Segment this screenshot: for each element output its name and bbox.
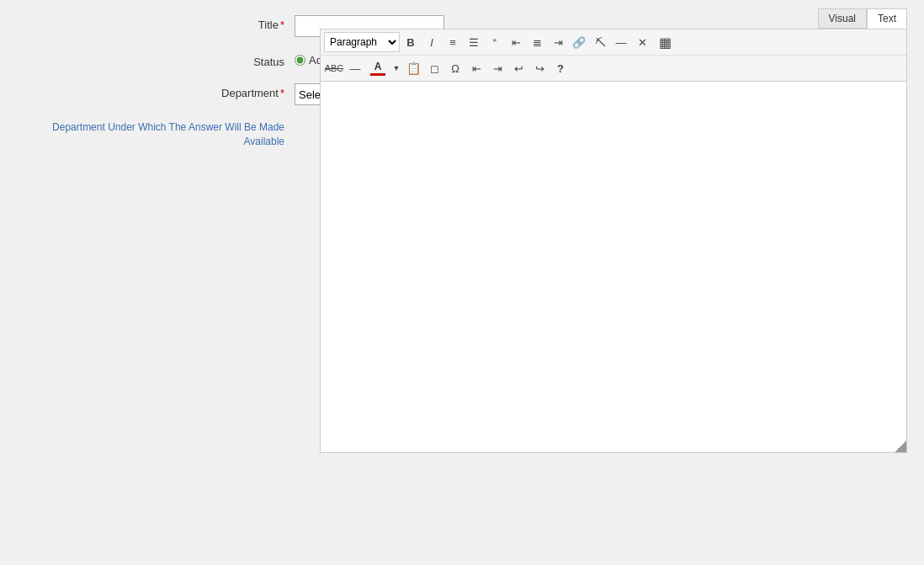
- indent-left-button[interactable]: ⇤: [466, 58, 486, 78]
- redo-button[interactable]: ↪: [529, 58, 550, 78]
- editor-tabs: Visual Text: [320, 8, 907, 29]
- bullet-list-button[interactable]: ≡: [443, 32, 463, 52]
- help-button[interactable]: ?: [550, 58, 571, 78]
- bold-button[interactable]: B: [401, 32, 421, 52]
- tab-visual[interactable]: Visual: [818, 8, 867, 29]
- left-panel: Title* Status Active Disabled: [0, 0, 311, 565]
- editor-toolbar: Paragraph B I ≡ ☰ “ ⇤ ≣ ⇥ 🔗 ⛏ ― ✕ ▦ ABC …: [320, 29, 907, 81]
- table-button[interactable]: ▦: [653, 32, 677, 52]
- title-label-text: Title: [258, 19, 279, 31]
- remove-format-button[interactable]: ✕: [632, 32, 652, 52]
- editor-content-area[interactable]: [321, 82, 906, 452]
- department-required-star: *: [280, 87, 284, 99]
- title-label: Title*: [17, 15, 295, 31]
- department-label: Department*: [17, 83, 295, 99]
- omega-button[interactable]: Ω: [445, 58, 465, 78]
- title-required-star: *: [280, 19, 284, 31]
- paragraph-select[interactable]: Paragraph: [324, 32, 400, 52]
- color-swatch: [370, 73, 385, 76]
- color-dropdown-button[interactable]: ▼: [390, 58, 402, 78]
- department-hint-row: Department Under Which The Answer Will B…: [17, 120, 295, 149]
- paste-button[interactable]: 📋: [403, 58, 423, 78]
- status-row: Status Active Disabled: [17, 52, 295, 68]
- resize-handle[interactable]: [895, 440, 906, 452]
- blockquote-button[interactable]: “: [485, 32, 505, 52]
- italic-button[interactable]: I: [422, 32, 442, 52]
- undo-button[interactable]: ↩: [508, 58, 528, 78]
- title-row: Title*: [17, 15, 295, 37]
- strikethrough-button[interactable]: ABC: [324, 58, 344, 78]
- right-panel: Visual Text Paragraph B I ≡ ☰ “ ⇤ ≣ ⇥ 🔗 …: [311, 0, 924, 565]
- align-left-button[interactable]: ⇤: [506, 32, 526, 52]
- toolbar-row-2: ABC — A ▼ 📋 ◻ Ω ⇤ ⇥ ↩ ↪ ?: [321, 56, 906, 81]
- status-label-text: Status: [253, 56, 284, 68]
- toolbar-row-1: Paragraph B I ≡ ☰ “ ⇤ ≣ ⇥ 🔗 ⛏ ― ✕ ▦: [321, 29, 906, 56]
- editor-body: [320, 81, 907, 453]
- department-hint-text: Department Under Which The Answer Will B…: [17, 120, 295, 149]
- dash-button[interactable]: —: [345, 58, 365, 78]
- font-color-button[interactable]: A: [366, 58, 390, 78]
- numbered-list-button[interactable]: ☰: [464, 32, 484, 52]
- department-row: Department* Select Department: [17, 83, 295, 105]
- unlink-button[interactable]: ⛏: [590, 32, 610, 52]
- page-container: Title* Status Active Disabled: [0, 0, 924, 565]
- align-center-button[interactable]: ≣: [527, 32, 547, 52]
- horizontal-rule-button[interactable]: ―: [611, 32, 631, 52]
- indent-right-button[interactable]: ⇥: [487, 58, 507, 78]
- status-active-radio[interactable]: [295, 55, 305, 66]
- department-label-text: Department: [221, 87, 279, 99]
- status-label: Status: [17, 52, 295, 68]
- eraser-button[interactable]: ◻: [424, 58, 444, 78]
- tab-text[interactable]: Text: [867, 8, 907, 29]
- align-right-button[interactable]: ⇥: [548, 32, 568, 52]
- link-button[interactable]: 🔗: [569, 32, 589, 52]
